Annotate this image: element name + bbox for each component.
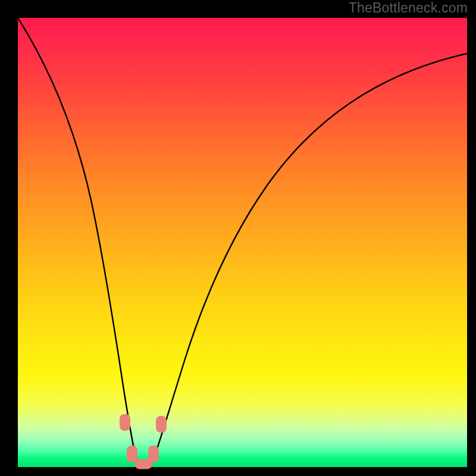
curve-layer (18, 18, 467, 467)
watermark-text: TheBottleneck.com (349, 0, 468, 16)
plot-area (18, 18, 467, 467)
marker-right-shoulder-lower (148, 446, 159, 462)
chart-root: TheBottleneck.com (0, 0, 476, 476)
marker-left-shoulder-upper (120, 414, 130, 431)
bottleneck-curve (18, 18, 467, 466)
marker-right-shoulder-upper (156, 416, 167, 433)
